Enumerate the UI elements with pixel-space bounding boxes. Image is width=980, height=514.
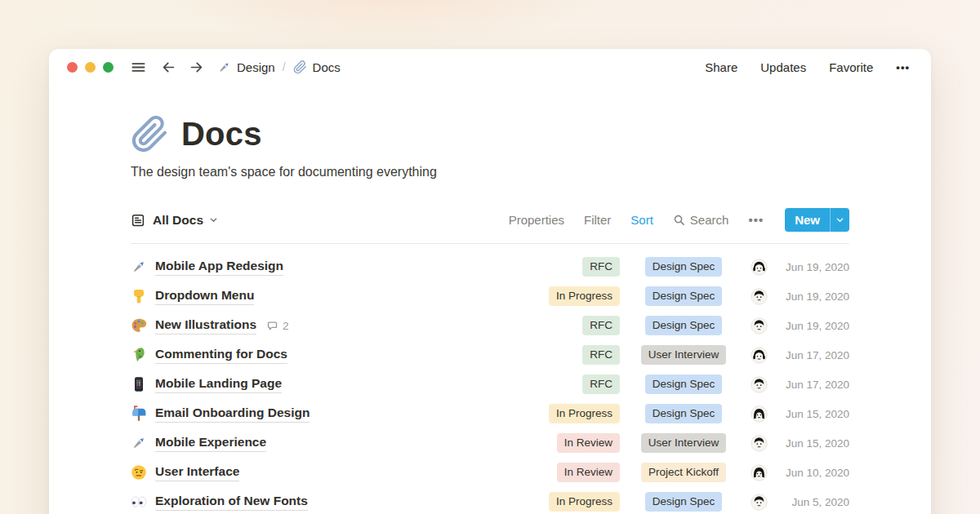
app-window: Design / Docs Share Updates Favorite •••… (49, 49, 931, 514)
comment-count[interactable]: 2 (266, 320, 289, 332)
avatar-man[interactable] (751, 435, 768, 452)
share-button[interactable]: Share (705, 60, 737, 74)
doc-type-badge[interactable]: Design Spec (645, 492, 723, 512)
status-badge[interactable]: In Review (557, 463, 620, 482)
search-icon (673, 214, 685, 226)
zoom-window-icon[interactable] (103, 62, 114, 73)
doc-type-badge[interactable]: Design Spec (645, 404, 723, 423)
more-options-icon[interactable]: ••• (896, 61, 910, 73)
parrot-icon (131, 347, 147, 363)
doc-date: Jun 19, 2020 (779, 290, 849, 303)
palette-icon (131, 317, 147, 334)
avatar-woman-dark-hair[interactable] (751, 405, 768, 423)
window-titlebar: Design / Docs Share Updates Favorite ••• (49, 49, 931, 85)
view-switcher[interactable]: All Docs (131, 213, 218, 228)
table-row[interactable]: Commenting for Docs RFC User Interview J… (131, 340, 849, 370)
sort-button[interactable]: Sort (630, 213, 653, 227)
properties-button[interactable]: Properties (509, 213, 564, 227)
toolbar-more-icon[interactable]: ••• (748, 213, 764, 227)
avatar-woman-headphones[interactable] (751, 259, 768, 276)
breadcrumb-label: Design (237, 60, 275, 74)
doc-type-badge[interactable]: User Interview (641, 433, 726, 453)
table-row[interactable]: New Illustrations 2 RFC Design Spec Jun … (131, 311, 849, 340)
doc-date: Jun 10, 2020 (779, 467, 849, 479)
hamburger-menu-icon[interactable] (130, 59, 147, 76)
paperclip-icon (293, 60, 307, 74)
doc-title-link[interactable]: Commenting for Docs (155, 346, 287, 364)
status-badge[interactable]: In Review (557, 433, 620, 453)
status-badge[interactable]: RFC (582, 345, 620, 365)
avatar-woman-headphones[interactable] (751, 347, 768, 364)
doc-type-badge[interactable]: Design Spec (645, 286, 723, 306)
status-badge[interactable]: RFC (582, 257, 620, 277)
status-badge[interactable]: In Progress (549, 492, 620, 512)
close-window-icon[interactable] (67, 62, 78, 73)
breadcrumb-label: Docs (313, 60, 341, 74)
chevron-down-icon (209, 215, 218, 224)
doc-title-link[interactable]: Mobile Landing Page (155, 375, 282, 393)
page-header: Docs The design team's space for documen… (131, 115, 849, 179)
table-row[interactable]: User Interface In Review Project Kickoff… (131, 458, 849, 487)
pointing-down-icon (131, 288, 147, 304)
status-badge[interactable]: In Progress (549, 404, 620, 423)
status-badge[interactable]: RFC (582, 316, 620, 335)
new-button[interactable]: New (785, 208, 849, 232)
favorite-button[interactable]: Favorite (829, 60, 873, 74)
updates-button[interactable]: Updates (760, 60, 806, 74)
avatar-man[interactable] (751, 494, 768, 511)
table-row[interactable]: Email Onboarding Design In Progress Desi… (131, 399, 849, 428)
doc-title-link[interactable]: New Illustrations (155, 317, 256, 335)
traffic-lights (67, 62, 114, 73)
eyes-icon (131, 494, 147, 510)
paperclip-icon[interactable] (131, 115, 169, 153)
raised-eyebrow-icon (131, 464, 147, 481)
doc-date: Jun 17, 2020 (779, 349, 849, 361)
paintbrush-icon (217, 60, 231, 74)
doc-type-badge[interactable]: Design Spec (645, 374, 723, 394)
doc-date: Jun 19, 2020 (779, 320, 849, 332)
new-dropdown-chevron-icon[interactable] (830, 208, 849, 232)
avatar-man[interactable] (751, 288, 768, 305)
comment-number: 2 (283, 320, 289, 332)
table-row[interactable]: Dropdown Menu In Progress Design Spec Ju… (131, 281, 849, 311)
docs-list: Mobile App Redesign RFC Design Spec Jun … (131, 252, 849, 514)
avatar-man[interactable] (751, 317, 768, 335)
forward-arrow-icon[interactable] (189, 60, 204, 75)
doc-title-link[interactable]: Dropdown Menu (155, 287, 254, 305)
page-content: Docs The design team's space for documen… (49, 115, 931, 514)
table-row[interactable]: Mobile Landing Page RFC Design Spec Jun … (131, 370, 849, 399)
page-subtitle[interactable]: The design team's space for documenting … (131, 165, 849, 179)
breadcrumb-item-design[interactable]: Design (217, 60, 275, 74)
doc-type-badge[interactable]: Project Kickoff (641, 463, 726, 482)
view-switcher-label: All Docs (153, 213, 203, 228)
search-label: Search (690, 213, 729, 227)
doc-title-link[interactable]: User Interface (155, 463, 239, 481)
doc-title-link[interactable]: Mobile App Redesign (155, 258, 283, 276)
back-arrow-icon[interactable] (161, 60, 176, 75)
nav-arrows (161, 60, 204, 75)
search-button[interactable]: Search (673, 213, 729, 227)
page-title[interactable]: Docs (181, 116, 262, 153)
doc-type-badge[interactable]: Design Spec (645, 316, 723, 335)
table-row[interactable]: Exploration of New Fonts In Progress Des… (131, 487, 849, 514)
doc-type-badge[interactable]: Design Spec (645, 257, 723, 277)
doc-title-link[interactable]: Mobile Experience (155, 434, 266, 452)
breadcrumb-item-docs[interactable]: Docs (293, 60, 341, 74)
minimize-window-icon[interactable] (85, 62, 96, 73)
avatar-man[interactable] (751, 376, 768, 393)
doc-date: Jun 15, 2020 (779, 437, 849, 450)
doc-date: Jun 17, 2020 (779, 379, 849, 391)
table-row[interactable]: Mobile App Redesign RFC Design Spec Jun … (131, 252, 849, 281)
new-button-label[interactable]: New (785, 208, 830, 232)
filter-button[interactable]: Filter (584, 213, 611, 227)
doc-type-badge[interactable]: User Interview (641, 345, 726, 365)
paintbrush-icon (131, 435, 147, 451)
mobile-phone-icon (131, 376, 147, 392)
doc-title-link[interactable]: Exploration of New Fonts (155, 493, 308, 511)
status-badge[interactable]: In Progress (549, 286, 620, 306)
avatar-woman-dark-hair[interactable] (751, 464, 768, 481)
paintbrush-icon (131, 259, 147, 275)
doc-title-link[interactable]: Email Onboarding Design (155, 405, 310, 423)
table-row[interactable]: Mobile Experience In Review User Intervi… (131, 428, 849, 458)
status-badge[interactable]: RFC (582, 374, 620, 394)
